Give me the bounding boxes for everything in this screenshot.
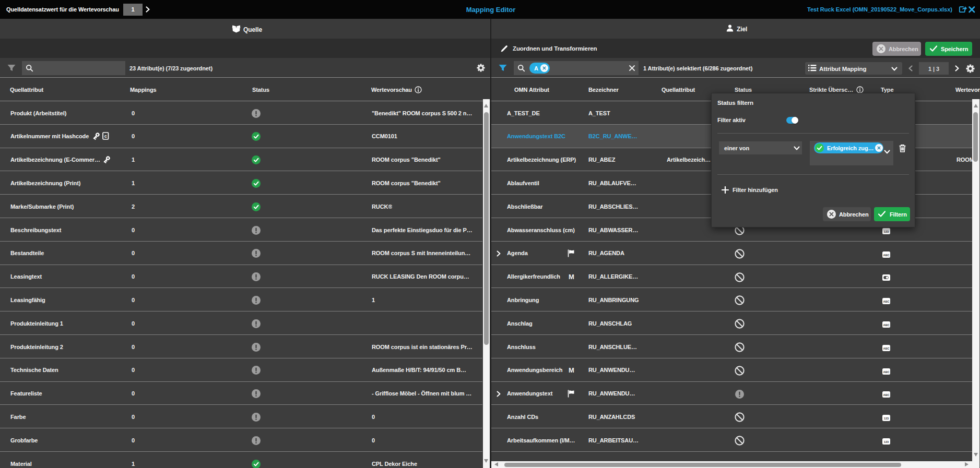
svg-text:ABC: ABC (883, 393, 889, 397)
svg-text:ABC: ABC (883, 323, 889, 326)
svg-text:ABC: ABC (883, 370, 889, 373)
svg-text:123: 123 (884, 440, 889, 443)
svg-text:ABC: ABC (883, 253, 889, 256)
svg-text:c: c (104, 134, 107, 139)
svg-text:ABC: ABC (883, 346, 889, 350)
svg-text:123: 123 (884, 230, 889, 233)
svg-text:123: 123 (884, 417, 889, 420)
svg-text:ABC: ABC (883, 300, 889, 303)
